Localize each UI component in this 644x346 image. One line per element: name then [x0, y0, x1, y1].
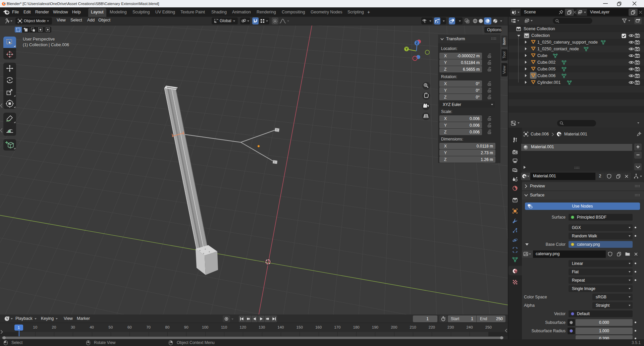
svg-text:Z: Z: [416, 41, 418, 45]
svg-text:Y: Y: [406, 47, 408, 51]
